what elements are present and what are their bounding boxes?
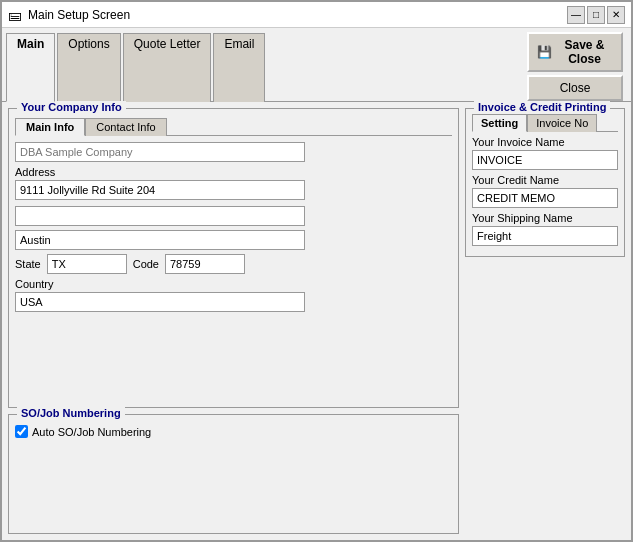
credit-name-field: Your Credit Name	[472, 174, 618, 208]
save-close-button[interactable]: 💾 Save & Close	[527, 32, 623, 72]
so-numbering-group: SO/Job Numbering Auto SO/Job Numbering	[8, 414, 459, 534]
minimize-button[interactable]: —	[567, 6, 585, 24]
invoice-group: Invoice & Credit Printing Setting Invoic…	[465, 108, 625, 257]
address-label: Address	[15, 166, 452, 178]
left-panel: Your Company Info Main Info Contact Info…	[8, 108, 459, 534]
tab-options[interactable]: Options	[57, 33, 120, 102]
state-code-row: State Code	[15, 254, 452, 274]
title-controls: — □ ✕	[567, 6, 625, 24]
main-tab-bar: Main Options Quote Letter Email 💾 Save &…	[2, 28, 631, 102]
tab-contact-info[interactable]: Contact Info	[85, 118, 166, 136]
auto-so-row: Auto SO/Job Numbering	[15, 425, 452, 438]
shipping-name-input[interactable]	[472, 226, 618, 246]
tab-setting[interactable]: Setting	[472, 114, 527, 132]
code-label: Code	[133, 258, 159, 270]
tab-email[interactable]: Email	[213, 33, 265, 102]
country-input[interactable]	[15, 292, 305, 312]
close-button[interactable]: Close	[527, 75, 623, 101]
auto-so-label: Auto SO/Job Numbering	[32, 426, 151, 438]
state-label: State	[15, 258, 41, 270]
tab-main-info[interactable]: Main Info	[15, 118, 85, 136]
country-label: Country	[15, 278, 452, 290]
right-panel: Invoice & Credit Printing Setting Invoic…	[465, 108, 625, 534]
tab-main[interactable]: Main	[6, 33, 55, 102]
save-close-label: Save & Close	[556, 38, 613, 66]
window-icon: 🖴	[8, 7, 22, 23]
main-content: Your Company Info Main Info Contact Info…	[2, 102, 631, 540]
close-window-button[interactable]: ✕	[607, 6, 625, 24]
tab-quote-letter[interactable]: Quote Letter	[123, 33, 212, 102]
invoice-name-label: Your Invoice Name	[472, 136, 618, 148]
auto-so-checkbox[interactable]	[15, 425, 28, 438]
address-field: Address	[15, 166, 452, 200]
address-line2-field	[15, 204, 452, 226]
city-input[interactable]	[15, 230, 305, 250]
state-input[interactable]	[47, 254, 127, 274]
invoice-tabs: Setting Invoice No	[472, 113, 618, 132]
code-input[interactable]	[165, 254, 245, 274]
maximize-button[interactable]: □	[587, 6, 605, 24]
country-field: Country	[15, 278, 452, 312]
main-window: 🖴 Main Setup Screen — □ ✕ Main Options Q…	[0, 0, 633, 542]
tab-invoice-no[interactable]: Invoice No	[527, 114, 597, 132]
shipping-name-label: Your Shipping Name	[472, 212, 618, 224]
dba-input[interactable]	[15, 142, 305, 162]
invoice-group-title: Invoice & Credit Printing	[474, 101, 610, 113]
shipping-name-field: Your Shipping Name	[472, 212, 618, 246]
save-icon: 💾	[537, 45, 552, 59]
so-numbering-title: SO/Job Numbering	[17, 407, 125, 419]
title-bar: 🖴 Main Setup Screen — □ ✕	[2, 2, 631, 28]
company-inner-tabs: Main Info Contact Info	[15, 117, 452, 136]
title-bar-left: 🖴 Main Setup Screen	[8, 7, 130, 23]
dba-field	[15, 142, 452, 162]
address-line2-input[interactable]	[15, 206, 305, 226]
invoice-name-input[interactable]	[472, 150, 618, 170]
credit-name-label: Your Credit Name	[472, 174, 618, 186]
window-title: Main Setup Screen	[28, 8, 130, 22]
company-info-group: Your Company Info Main Info Contact Info…	[8, 108, 459, 408]
close-label: Close	[560, 81, 591, 95]
credit-name-input[interactable]	[472, 188, 618, 208]
company-info-title: Your Company Info	[17, 101, 126, 113]
city-field	[15, 230, 452, 250]
address-line1-input[interactable]	[15, 180, 305, 200]
invoice-name-field: Your Invoice Name	[472, 136, 618, 170]
